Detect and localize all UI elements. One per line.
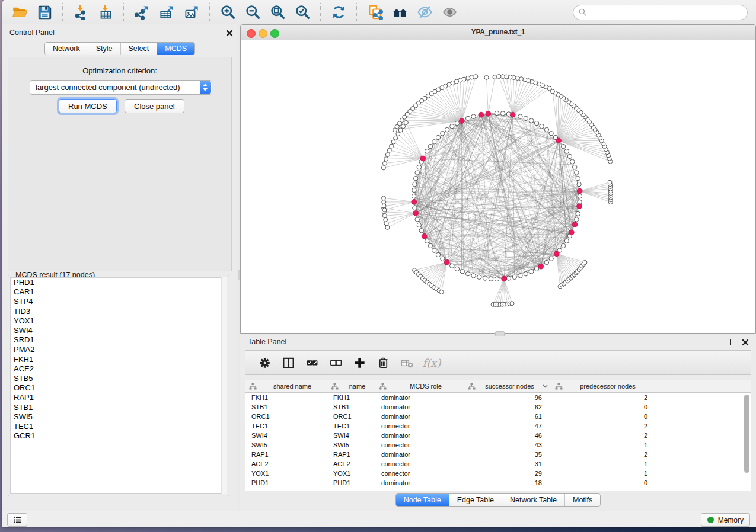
table-scrollbar[interactable] xyxy=(744,395,749,473)
mcds-result-item[interactable]: RAP1 xyxy=(11,393,227,402)
cell-predecessor-nodes[interactable]: 0 xyxy=(551,403,652,411)
cell-predecessor-nodes[interactable]: 2 xyxy=(551,432,652,439)
import-network-icon[interactable] xyxy=(71,3,90,21)
zoom-fit-icon[interactable] xyxy=(268,3,287,21)
table-tab-node-table[interactable]: Node Table xyxy=(396,494,449,506)
save-session-icon[interactable] xyxy=(35,3,54,21)
cell-name[interactable]: TEC1 xyxy=(327,422,375,430)
table-row[interactable]: PHD1PHD1dominator180 xyxy=(245,478,751,488)
mcds-result-item[interactable]: YOX1 xyxy=(11,316,227,326)
cell-successor-nodes[interactable]: 46 xyxy=(464,432,551,439)
first-neighbors-icon[interactable] xyxy=(390,3,409,21)
network-canvas[interactable] xyxy=(241,40,755,333)
cell-mcds-role[interactable]: connector xyxy=(375,422,464,430)
export-table-icon[interactable] xyxy=(157,3,176,21)
tab-select[interactable]: Select xyxy=(121,43,158,55)
search-field[interactable] xyxy=(573,5,748,20)
hide-selected-icon[interactable] xyxy=(415,3,434,21)
cell-successor-nodes[interactable]: 62 xyxy=(464,403,551,411)
tab-network[interactable]: Network xyxy=(45,43,88,55)
cell-predecessor-nodes[interactable]: 1 xyxy=(551,441,652,448)
table-row[interactable]: STB1STB1dominator620 xyxy=(245,402,751,412)
result-scrollbar[interactable] xyxy=(221,277,227,494)
cell-shared-name[interactable]: TEC1 xyxy=(245,422,327,430)
horizontal-splitter-handle[interactable] xyxy=(495,331,505,336)
cell-mcds-role[interactable]: connector xyxy=(375,441,464,448)
table-row[interactable]: ORC1ORC1dominator610 xyxy=(245,412,751,421)
close-panel-icon[interactable] xyxy=(226,28,233,36)
mcds-result-item[interactable]: TEC1 xyxy=(11,422,227,431)
deselect-all-rows-icon[interactable] xyxy=(328,355,343,370)
cell-shared-name[interactable]: SWI4 xyxy=(245,432,327,439)
cell-predecessor-nodes[interactable]: 1 xyxy=(551,460,652,467)
cell-name[interactable]: RAP1 xyxy=(327,451,375,458)
close-panel-button[interactable]: Close panel xyxy=(125,99,184,113)
mcds-result-item[interactable]: SWI4 xyxy=(11,326,227,335)
table-row[interactable]: RAP1RAP1dominator352 xyxy=(245,450,751,459)
mcds-result-item[interactable]: TID3 xyxy=(11,307,227,316)
cell-name[interactable]: PHD1 xyxy=(327,479,375,486)
cell-successor-nodes[interactable]: 61 xyxy=(464,413,551,420)
refresh-layout-icon[interactable] xyxy=(329,3,348,21)
mcds-result-item[interactable]: ACE2 xyxy=(11,364,227,374)
search-input[interactable] xyxy=(588,8,747,17)
show-all-icon[interactable] xyxy=(440,3,459,21)
zoom-out-icon[interactable] xyxy=(243,3,262,21)
cell-successor-nodes[interactable]: 29 xyxy=(464,470,551,477)
cell-predecessor-nodes[interactable]: 1 xyxy=(551,470,652,477)
cell-name[interactable]: ACE2 xyxy=(327,460,375,467)
cell-mcds-role[interactable]: dominator xyxy=(375,451,464,458)
cell-mcds-role[interactable]: dominator xyxy=(375,403,464,411)
mcds-result-item[interactable]: GCR1 xyxy=(11,431,227,441)
table-row[interactable]: YOX1YOX1connector291 xyxy=(245,469,751,478)
mcds-result-item[interactable]: STP4 xyxy=(11,297,227,306)
cell-mcds-role[interactable]: dominator xyxy=(375,394,464,401)
cell-predecessor-nodes[interactable]: 0 xyxy=(551,479,652,486)
cell-predecessor-nodes[interactable]: 0 xyxy=(551,413,652,420)
cell-shared-name[interactable]: PHD1 xyxy=(245,479,327,486)
tab-mcds[interactable]: MCDS xyxy=(157,43,194,55)
cell-shared-name[interactable]: ACE2 xyxy=(245,460,327,467)
memory-button[interactable]: Memory xyxy=(701,513,750,527)
cell-successor-nodes[interactable]: 96 xyxy=(464,394,551,401)
cell-name[interactable]: SWI5 xyxy=(327,441,375,448)
table-tab-network-table[interactable]: Network Table xyxy=(502,494,565,506)
add-column-icon[interactable] xyxy=(352,355,367,370)
column-header-predecessor-nodes[interactable]: predecessor nodes xyxy=(551,380,652,392)
mcds-result-item[interactable]: STB5 xyxy=(11,374,227,383)
clone-network-icon[interactable] xyxy=(365,3,384,21)
cell-mcds-role[interactable]: dominator xyxy=(375,413,464,420)
mcds-result-item[interactable]: PHD1 xyxy=(11,278,227,287)
cell-shared-name[interactable]: ORC1 xyxy=(245,413,327,420)
tab-style[interactable]: Style xyxy=(88,43,121,55)
export-image-icon[interactable] xyxy=(182,3,201,21)
cell-predecessor-nodes[interactable]: 2 xyxy=(551,422,652,430)
cell-successor-nodes[interactable]: 31 xyxy=(464,460,551,467)
column-header-shared-name[interactable]: shared name xyxy=(245,380,327,392)
run-mcds-button[interactable]: Run MCDS xyxy=(59,99,117,113)
mcds-result-item[interactable]: STB1 xyxy=(11,403,227,412)
mcds-result-item[interactable]: FKH1 xyxy=(11,355,227,364)
table-row[interactable]: FKH1FKH1dominator962 xyxy=(245,393,751,402)
column-header-successor-nodes[interactable]: successor nodes xyxy=(464,380,551,392)
cell-mcds-role[interactable]: connector xyxy=(375,460,464,467)
mcds-result-item[interactable]: PMA2 xyxy=(11,345,227,354)
table-tab-motifs[interactable]: Motifs xyxy=(565,494,600,506)
zoom-in-icon[interactable] xyxy=(218,3,237,21)
cell-name[interactable]: YOX1 xyxy=(327,470,375,477)
cell-predecessor-nodes[interactable]: 2 xyxy=(551,394,652,401)
mcds-result-list[interactable]: PHD1CAR1STP4TID3YOX1SWI4SRD1PMA2FKH1ACE2… xyxy=(10,277,227,494)
network-window-titlebar[interactable]: YPA_prune.txt_1 xyxy=(241,25,755,41)
cell-successor-nodes[interactable]: 35 xyxy=(464,451,551,458)
cell-successor-nodes[interactable]: 47 xyxy=(464,422,551,430)
column-header-MCDS-role[interactable]: MCDS role xyxy=(375,380,464,392)
cell-shared-name[interactable]: STB1 xyxy=(245,403,327,411)
table-row[interactable]: SWI5SWI5connector431 xyxy=(245,440,751,450)
float-table-panel-icon[interactable] xyxy=(730,339,736,345)
delete-column-icon[interactable] xyxy=(375,355,391,370)
table-row[interactable]: TEC1TEC1connector472 xyxy=(245,421,751,431)
status-menu-button[interactable] xyxy=(7,513,27,527)
export-network-icon[interactable] xyxy=(132,3,151,21)
open-file-icon[interactable] xyxy=(10,3,29,21)
cell-name[interactable]: FKH1 xyxy=(327,394,375,401)
